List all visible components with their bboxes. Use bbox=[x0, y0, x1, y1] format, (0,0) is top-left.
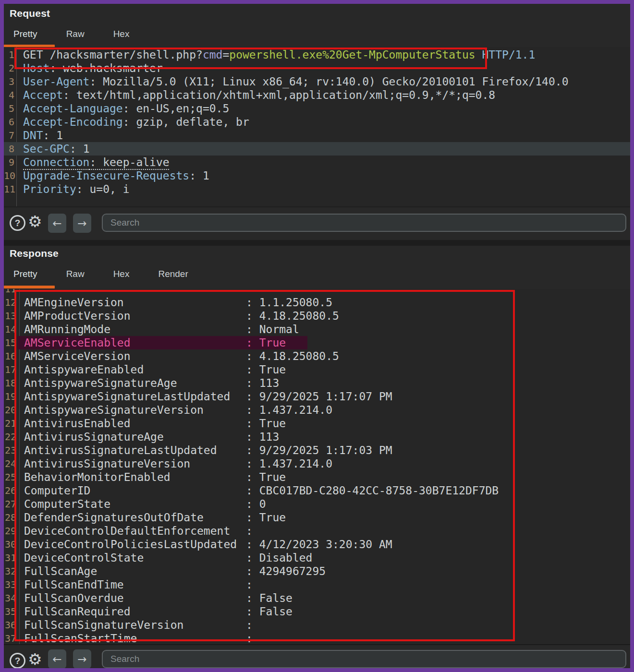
response-selected-tab-underline bbox=[4, 286, 55, 288]
property-value: : True bbox=[246, 417, 286, 430]
response-line-12[interactable]: 12AMEngineVersion: 1.1.25080.5 bbox=[4, 296, 630, 309]
request-tabs: PrettyRawHex bbox=[13, 29, 158, 43]
code-segment-plain: : u=0, i bbox=[76, 183, 130, 195]
property-name: FullScanRequired bbox=[24, 605, 131, 618]
response-line-20[interactable]: 20AntispywareSignatureVersion: 1.437.214… bbox=[4, 403, 630, 417]
help-icon[interactable]: ? bbox=[10, 653, 25, 668]
request-editor[interactable]: 1GET /hacksmarter/shell.php?cmd=powershe… bbox=[4, 47, 630, 206]
request-search-input[interactable] bbox=[102, 214, 626, 232]
request-line-1[interactable]: 1GET /hacksmarter/shell.php?cmd=powershe… bbox=[4, 48, 630, 61]
line-number: 3 bbox=[4, 75, 14, 88]
line-number: 5 bbox=[4, 102, 14, 115]
request-line-8[interactable]: 8Sec-GPC: 1 bbox=[4, 142, 630, 156]
response-search-bar: ? ⚙ ← → bbox=[4, 644, 630, 668]
response-line-19[interactable]: 19AntispywareSignatureLastUpdated: 9/29/… bbox=[4, 390, 630, 403]
tab-pretty[interactable]: Pretty bbox=[13, 269, 37, 279]
code-segment-plain: : text/html,application/xhtml+xml,applic… bbox=[63, 89, 495, 101]
request-line-10[interactable]: 10Upgrade-Insecure-Requests: 1 bbox=[4, 169, 630, 182]
line-number: 8 bbox=[4, 142, 14, 156]
request-line-text: DNT: 1 bbox=[23, 129, 63, 142]
property-name: AMRunningMode bbox=[24, 323, 110, 336]
next-match-button[interactable]: → bbox=[73, 649, 91, 668]
response-line-21[interactable]: 21AntivirusEnabled: True bbox=[4, 417, 630, 430]
code-segment-header: Host bbox=[23, 62, 49, 74]
response-line-37[interactable]: 37FullScanStartTime: bbox=[4, 632, 630, 644]
property-name: FullScanEndTime bbox=[24, 578, 124, 591]
request-line-text: Upgrade-Insecure-Requests: 1 bbox=[23, 169, 209, 182]
line-number: 27 bbox=[4, 497, 16, 511]
line-number: 37 bbox=[4, 632, 16, 644]
request-line-4[interactable]: 4Accept: text/html,application/xhtml+xml… bbox=[4, 88, 630, 102]
response-line-23[interactable]: 23AntivirusSignatureLastUpdated: 9/29/20… bbox=[4, 444, 630, 457]
property-name: AMEngineVersion bbox=[24, 296, 124, 309]
request-line-3[interactable]: 3User-Agent: Mozilla/5.0 (X11; Linux x86… bbox=[4, 75, 630, 88]
response-line-17[interactable]: 17AntispywareEnabled: True bbox=[4, 363, 630, 376]
response-line-30[interactable]: 30DeviceControlPoliciesLastUpdated: 4/12… bbox=[4, 538, 630, 551]
property-name: DefenderSignaturesOutOfDate bbox=[24, 511, 204, 524]
response-line-31[interactable]: 31DeviceControlState: Disabled bbox=[4, 551, 630, 564]
line-number: 22 bbox=[4, 430, 16, 444]
previous-match-button[interactable]: ← bbox=[48, 649, 66, 668]
property-name: AntivirusEnabled bbox=[24, 417, 131, 430]
line-number: 11 bbox=[4, 289, 16, 296]
property-name: AntispywareSignatureVersion bbox=[24, 403, 204, 417]
line-number: 15 bbox=[4, 336, 16, 349]
tab-pretty[interactable]: Pretty bbox=[13, 29, 37, 39]
property-name: AntivirusSignatureVersion bbox=[24, 457, 190, 470]
response-line-36[interactable]: 36FullScanSignatureVersion: bbox=[4, 618, 630, 632]
property-value: : 1.437.214.0 bbox=[246, 457, 332, 470]
response-line-33[interactable]: 33FullScanEndTime: bbox=[4, 578, 630, 591]
response-line-22[interactable]: 22AntivirusSignatureAge: 113 bbox=[4, 430, 630, 444]
line-number: 19 bbox=[4, 390, 16, 403]
response-line-29[interactable]: 29DeviceControlDefaultEnforcement: bbox=[4, 524, 630, 538]
property-name: AMServiceEnabled bbox=[24, 336, 131, 349]
response-line-15[interactable]: 15AMServiceEnabled: True bbox=[4, 336, 630, 349]
tab-render[interactable]: Render bbox=[158, 269, 188, 279]
tab-hex[interactable]: Hex bbox=[113, 269, 130, 279]
code-segment-plain: : Mozilla/5.0 (X11; Linux x86_64; rv:140… bbox=[89, 75, 568, 88]
property-value: : 9/29/2025 1:17:07 PM bbox=[246, 390, 392, 403]
line-number: 32 bbox=[4, 564, 16, 578]
response-line-34[interactable]: 34FullScanOverdue: False bbox=[4, 591, 630, 605]
response-line-11[interactable]: 11 bbox=[4, 289, 630, 296]
response-line-27[interactable]: 27ComputerState: 0 bbox=[4, 497, 630, 511]
code-segment-header: Accept bbox=[23, 89, 63, 101]
response-editor[interactable]: 1112AMEngineVersion: 1.1.25080.513AMProd… bbox=[4, 289, 630, 644]
response-line-18[interactable]: 18AntispywareSignatureAge: 113 bbox=[4, 376, 630, 390]
response-search-input[interactable] bbox=[102, 650, 626, 668]
response-line-14[interactable]: 14AMRunningMode: Normal bbox=[4, 323, 630, 336]
line-number: 34 bbox=[4, 591, 16, 605]
request-line-6[interactable]: 6Accept-Encoding: gzip, deflate, br bbox=[4, 115, 630, 129]
property-value: : False bbox=[246, 605, 293, 618]
response-line-35[interactable]: 35FullScanRequired: False bbox=[4, 605, 630, 618]
tab-raw[interactable]: Raw bbox=[66, 29, 85, 39]
response-line-24[interactable]: 24AntivirusSignatureVersion: 1.437.214.0 bbox=[4, 457, 630, 470]
response-line-13[interactable]: 13AMProductVersion: 4.18.25080.5 bbox=[4, 309, 630, 323]
property-value: : 4294967295 bbox=[246, 564, 326, 578]
previous-match-button[interactable]: ← bbox=[48, 214, 66, 233]
line-number: 35 bbox=[4, 605, 16, 618]
response-line-32[interactable]: 32FullScanAge: 4294967295 bbox=[4, 564, 630, 578]
response-line-25[interactable]: 25BehaviorMonitorEnabled: True bbox=[4, 470, 630, 484]
help-icon[interactable]: ? bbox=[10, 215, 25, 231]
code-segment-plain bbox=[476, 48, 482, 61]
tab-hex[interactable]: Hex bbox=[113, 29, 130, 39]
request-line-2[interactable]: 2Host: web.hacksmarter bbox=[4, 61, 630, 75]
code-segment-header: Accept-Encoding bbox=[23, 116, 123, 128]
next-match-button[interactable]: → bbox=[73, 214, 91, 233]
gear-icon[interactable]: ⚙ bbox=[28, 213, 42, 231]
tab-raw[interactable]: Raw bbox=[66, 269, 85, 279]
arrow-left-icon: ← bbox=[52, 217, 61, 229]
gear-icon[interactable]: ⚙ bbox=[28, 650, 42, 668]
line-number: 36 bbox=[4, 618, 16, 632]
request-line-7[interactable]: 7DNT: 1 bbox=[4, 129, 630, 142]
code-segment-plain: : web.hacksmarter bbox=[49, 62, 162, 74]
request-line-5[interactable]: 5Accept-Language: en-US,en;q=0.5 bbox=[4, 102, 630, 115]
code-segment-plain: : 1 bbox=[189, 169, 209, 182]
line-number: 17 bbox=[4, 363, 16, 376]
response-line-16[interactable]: 16AMServiceVersion: 4.18.25080.5 bbox=[4, 349, 630, 363]
request-line-11[interactable]: 11Priority: u=0, i bbox=[4, 182, 630, 196]
response-line-26[interactable]: 26ComputerID: CBC017BD-C280-42CC-8758-30… bbox=[4, 484, 630, 497]
response-line-28[interactable]: 28DefenderSignaturesOutOfDate: True bbox=[4, 511, 630, 524]
request-line-9[interactable]: 9Connection: keep-alive bbox=[4, 156, 630, 169]
